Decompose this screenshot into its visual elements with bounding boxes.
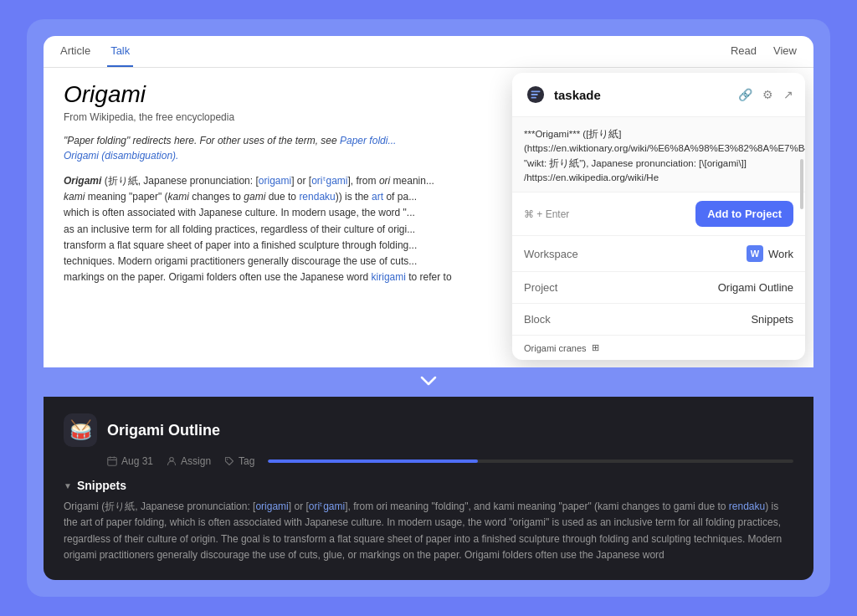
taskade-popup: taskade 🔗 ⚙ ↗ ***Origami*** ([折り紙] (http… [512, 73, 805, 360]
bottom-header: 🥁 Origami Outline [64, 413, 793, 447]
svg-point-3 [227, 459, 228, 460]
progress-bar [268, 459, 793, 463]
bottom-meta: Aug 31 Assign Tag [107, 455, 793, 467]
project-row: Project Origami Outline [512, 272, 805, 304]
popup-actions: ⌘ + Enter Add to Project [512, 192, 805, 236]
gear-icon[interactable]: ⚙ [762, 88, 773, 101]
wikipedia-panel: Article Talk Read View Origami From Wiki… [44, 36, 813, 367]
project-label: Project [524, 281, 591, 294]
bottom-title: Origami Outline [107, 422, 220, 439]
shortcut-hint: ⌘ + Enter [524, 208, 569, 220]
popup-header-icons: 🔗 ⚙ ↗ [738, 88, 793, 101]
chevron-down-icon [44, 367, 813, 397]
progress-bar-fill [268, 459, 478, 463]
wiki-nav-article[interactable]: Article [57, 36, 94, 67]
block-row: Block Snippets [512, 304, 805, 336]
wiki-nav: Article Talk Read View [44, 36, 813, 68]
workspace-badge: W [747, 245, 763, 262]
external-link-icon[interactable]: ↗ [783, 88, 793, 101]
thumbnail-icon: ⊞ [592, 342, 599, 353]
tag-meta[interactable]: Tag [224, 455, 254, 467]
workspace-row: Workspace W Work [512, 236, 805, 272]
svg-point-2 [170, 458, 174, 462]
workspace-label: Workspace [524, 248, 591, 260]
svg-rect-1 [108, 458, 117, 466]
tag-label: Tag [239, 455, 254, 467]
snippets-chevron-icon[interactable]: ▼ [64, 481, 72, 490]
wiki-nav-view[interactable]: View [770, 36, 800, 67]
outer-container: Article Talk Read View Origami From Wiki… [27, 19, 830, 597]
snippets-body: Origami (折り紙, Japanese pronunciation: [o… [64, 499, 793, 563]
block-value: Snippets [751, 313, 793, 326]
project-emoji: 🥁 [64, 413, 97, 447]
wiki-nav-read[interactable]: Read [727, 36, 760, 67]
date-value: Aug 31 [121, 455, 153, 467]
workspace-value: W Work [747, 245, 793, 262]
popup-header: taskade 🔗 ⚙ ↗ [512, 73, 805, 117]
popup-text-content: ***Origami*** ([折り紙] (https://en.wiktion… [512, 117, 805, 192]
taskade-logo-icon [524, 83, 547, 106]
assign-meta[interactable]: Assign [167, 455, 211, 467]
project-value: Origami Outline [718, 281, 793, 294]
assign-label: Assign [181, 455, 211, 467]
snippets-section: ▼ Snippets Origami (折り紙, Japanese pronun… [64, 479, 793, 563]
taskade-brand-name: taskade [554, 88, 601, 102]
date-meta[interactable]: Aug 31 [107, 455, 153, 467]
popup-scrollbar[interactable] [800, 159, 803, 209]
snippets-title: Snippets [77, 479, 126, 492]
snippets-header: ▼ Snippets [64, 479, 793, 492]
bottom-panel: 🥁 Origami Outline Aug 31 Assign [44, 397, 813, 580]
block-label: Block [524, 313, 591, 326]
add-to-project-button[interactable]: Add to Project [695, 201, 793, 227]
wiki-nav-talk[interactable]: Talk [107, 36, 133, 67]
popup-thumbnail: Origami cranes ⊞ [512, 336, 805, 360]
link-icon[interactable]: 🔗 [738, 88, 752, 101]
